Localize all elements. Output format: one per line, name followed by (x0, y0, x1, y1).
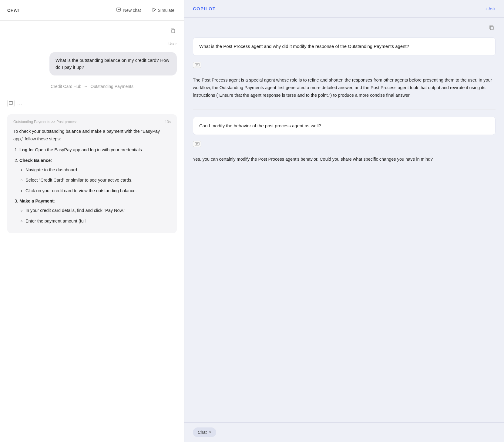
svg-rect-6 (490, 26, 493, 30)
new-chat-button[interactable]: New chat (114, 6, 143, 14)
copilot-user-msg-1: What is the Post Process agent and why d… (193, 37, 496, 56)
chat-header-left: CHAT (7, 8, 20, 13)
copilot-response-1: The Post Process agent is a special agen… (193, 74, 496, 102)
chat-panel: CHAT New chat Simulat (0, 0, 184, 442)
copilot-icon-row-1 (193, 61, 496, 69)
svg-rect-7 (195, 63, 199, 66)
copilot-icon-box-2 (193, 141, 201, 147)
step-3: Make a Payment: In your credit card deta… (19, 197, 171, 225)
check-balance-item-3: Click on your credit card to view the ou… (25, 187, 171, 195)
chat-tab-close-button[interactable]: × (209, 430, 211, 434)
agent-response-block: Outstanding Payments >> Post process 13s… (7, 114, 177, 233)
routing-destination: Outstanding Payments (90, 84, 133, 89)
agent-response-title: Outstanding Payments >> Post process (13, 120, 77, 124)
agent-response-time: 13s (165, 120, 171, 124)
response-intro: To check your outstanding balance and ma… (13, 128, 171, 142)
step-2-bold: Check Balance (19, 158, 51, 163)
make-payment-item-1: In your credit card details, find and cl… (25, 207, 171, 214)
chat-header-actions: New chat Simulate (114, 6, 177, 14)
svg-marker-3 (153, 8, 156, 12)
copy-button[interactable] (169, 27, 177, 35)
new-chat-label: New chat (123, 8, 141, 13)
step-1: Log In: Open the EasyPay app and log in … (19, 146, 171, 154)
step-3-bold: Make a Payment (19, 199, 54, 203)
svg-rect-10 (195, 142, 199, 145)
copilot-title: COPILOT (193, 6, 216, 11)
copilot-icon-row-2 (193, 140, 496, 148)
copilot-panel: COPILOT + Ask What is the Post Process a… (184, 0, 504, 442)
user-label: User (7, 42, 177, 46)
routing-source: Credit Card Hub (51, 84, 81, 89)
check-balance-item-1: Navigate to the dashboard. (25, 166, 171, 174)
copilot-user-msg-1-text: What is the Post Process agent and why d… (199, 44, 409, 49)
chat-tab: Chat × (193, 427, 216, 437)
chat-tab-label: Chat (198, 430, 207, 435)
agent-actions-row: … (7, 97, 177, 109)
ask-button[interactable]: + Ask (485, 6, 496, 11)
new-chat-icon (116, 7, 121, 13)
chat-header: CHAT New chat Simulat (0, 0, 184, 21)
copilot-user-msg-2-text: Can I modify the behavior of the post pr… (199, 123, 321, 128)
routing-arrow: → (84, 84, 88, 89)
simulate-button[interactable]: Simulate (150, 6, 177, 14)
copilot-footer: Chat × (184, 422, 504, 442)
chat-title: CHAT (7, 8, 20, 13)
copilot-copy-row (193, 24, 496, 32)
copilot-icon-box-1 (193, 62, 201, 68)
check-balance-list: Navigate to the dashboard. Select "Credi… (25, 166, 171, 195)
make-payment-item-2: Enter the payment amount (full (25, 217, 171, 225)
svg-rect-5 (9, 102, 13, 104)
make-payment-list: In your credit card details, find and cl… (25, 207, 171, 225)
agent-response-text: To check your outstanding balance and ma… (13, 128, 171, 225)
check-balance-item-2: Select "Credit Card" or similar to see y… (25, 176, 171, 184)
step-2: Check Balance: Navigate to the dashboard… (19, 157, 171, 195)
divider-1 (193, 109, 496, 109)
chat-bubble-icon (7, 100, 15, 107)
agent-response-header: Outstanding Payments >> Post process 13s (13, 120, 171, 124)
simulate-label: Simulate (158, 8, 174, 13)
response-steps-list: Log In: Open the EasyPay app and log in … (19, 146, 171, 225)
copilot-header: COPILOT + Ask (184, 0, 504, 18)
user-message: What is the outstanding balance on my cr… (49, 52, 177, 75)
routing-info: Credit Card Hub → Outstanding Payments (7, 80, 177, 92)
copilot-copy-button[interactable] (488, 24, 496, 32)
chat-body: User What is the outstanding balance on … (0, 21, 184, 442)
simulate-icon (152, 8, 156, 13)
copilot-body: What is the Post Process agent and why d… (184, 18, 504, 422)
copilot-user-msg-2: Can I modify the behavior of the post pr… (193, 117, 496, 135)
ask-label: + Ask (485, 6, 496, 11)
agent-ellipsis: … (17, 100, 23, 107)
copy-btn-row (7, 27, 177, 35)
svg-rect-4 (172, 29, 175, 33)
step-1-bold: Log In (19, 147, 33, 152)
copilot-response-2: Yes, you can certainly modify the Post P… (193, 153, 496, 166)
